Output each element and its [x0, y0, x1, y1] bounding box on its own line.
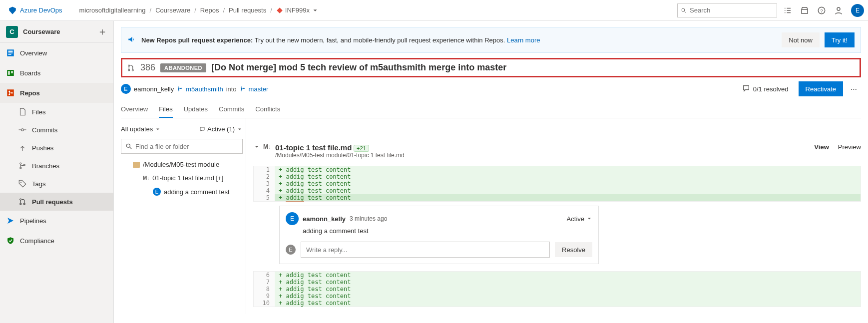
author-name[interactable]: eamonn_kelly — [134, 85, 174, 93]
avatar[interactable]: E — [851, 4, 864, 17]
tree-folder[interactable]: /Modules/M05-test module — [121, 158, 243, 171]
code-line[interactable]: 9+ addig test content — [254, 293, 861, 300]
svg-point-20 — [20, 167, 21, 169]
breadcrumb-repo-name: INF999x — [285, 6, 310, 14]
sidebar-item-pipelines[interactable]: Pipelines — [0, 211, 113, 231]
code-line[interactable]: 10+ addig test content — [254, 300, 861, 307]
more-actions-icon[interactable]: ⋯ — [846, 81, 861, 96]
tree-file-label: 01-topic 1 test file.md [+] — [152, 174, 223, 182]
svg-rect-9 — [7, 70, 14, 76]
tab-conflicts[interactable]: Conflicts — [255, 101, 280, 118]
code-line[interactable]: 7+ addig test content — [254, 279, 861, 286]
resolved-count[interactable]: 0/1 resolved — [753, 85, 789, 93]
svg-point-24 — [20, 203, 21, 205]
tree-folder-label: /Modules/M05-test module — [143, 161, 219, 168]
not-now-button[interactable]: Not now — [782, 32, 820, 47]
markdown-icon: M↓ — [143, 175, 149, 181]
sidebar-item-compliance[interactable]: Compliance — [0, 231, 113, 251]
tab-overview[interactable]: Overview — [121, 101, 148, 118]
chevron-down-icon[interactable] — [253, 143, 260, 150]
search-field[interactable] — [690, 6, 774, 14]
sidebar-item-pushes[interactable]: Pushes — [0, 139, 113, 157]
pr-subheader: E eamonn_kelly m5authsmith into master 0… — [121, 81, 861, 96]
sidebar-item-tags[interactable]: Tags — [0, 175, 113, 193]
code-line[interactable]: 2+ addig test content — [254, 173, 861, 180]
breadcrumb-repo-selector[interactable]: INF999x — [275, 4, 320, 16]
updates-filter[interactable]: All updates — [121, 125, 161, 133]
help-icon[interactable]: ? — [817, 6, 826, 15]
plus-icon[interactable]: ＋ — [97, 25, 107, 38]
repos-icon — [6, 88, 15, 97]
sidebar-item-overview[interactable]: Overview — [0, 43, 113, 63]
source-branch[interactable]: m5authsmith — [186, 85, 223, 93]
code-line[interactable]: 6+ addig test content — [254, 272, 861, 279]
tree-file[interactable]: M↓ 01-topic 1 test file.md [+] — [121, 171, 243, 185]
pull-request-icon — [126, 63, 135, 72]
svg-text:?: ? — [820, 7, 823, 13]
tree-search-field[interactable] — [135, 143, 238, 150]
main-content: New Repos pull request experience: Try o… — [114, 21, 868, 323]
sidebar-item-label: Pull requests — [32, 198, 73, 206]
sidebar-item-label: Compliance — [20, 237, 54, 245]
project-selector[interactable]: C Courseware ＋ — [0, 21, 113, 43]
pr-header: 386 ABANDONED [Do Not merge] mod 5 tech … — [121, 58, 861, 77]
pr-id: 386 — [140, 62, 155, 73]
svg-point-22 — [20, 182, 21, 183]
reactivate-button[interactable]: Reactivate — [799, 81, 843, 96]
banner-bold: New Repos pull request experience: — [141, 36, 253, 44]
code-line[interactable]: 8+ addig test content — [254, 286, 861, 293]
search-input[interactable] — [677, 3, 777, 17]
reply-input[interactable] — [301, 242, 550, 258]
product-logo[interactable]: Azure DevOps — [4, 6, 66, 15]
file-diff-panel: M↓ 01-topic 1 test file.md +21 /Modules/… — [246, 118, 868, 314]
status-badge: ABANDONED — [160, 63, 206, 72]
tab-files[interactable]: Files — [159, 101, 172, 118]
learn-more-link[interactable]: Learn more — [507, 36, 540, 44]
try-it-button[interactable]: Try it! — [825, 32, 855, 47]
code-line[interactable]: 5+ addig test content — [254, 194, 861, 201]
diff-block: 1+ addig test content2+ addig test conte… — [253, 166, 861, 202]
tree-search-input[interactable] — [121, 139, 243, 154]
breadcrumb-pullrequests[interactable]: Pull requests — [228, 4, 267, 16]
chevron-down-icon — [586, 216, 592, 222]
code-line[interactable]: 3+ addig test content — [254, 180, 861, 187]
svg-point-28 — [132, 69, 133, 71]
breadcrumb-org[interactable]: microsoftdigitallearning — [78, 4, 147, 16]
task-list-icon[interactable] — [783, 6, 792, 15]
pull-request-icon — [18, 197, 27, 206]
view-toggle[interactable]: View — [814, 143, 829, 151]
code-line[interactable]: 1+ addig test content — [254, 166, 861, 173]
pushes-icon — [18, 143, 27, 152]
comment-body: adding a comment test — [303, 227, 592, 235]
chevron-down-icon — [312, 7, 319, 14]
tree-comment[interactable]: E adding a comment test — [121, 185, 243, 199]
comment-author[interactable]: eamonn_kelly — [303, 215, 346, 223]
marketplace-icon[interactable] — [800, 6, 809, 15]
announcement-icon — [127, 35, 136, 45]
files-icon — [18, 107, 27, 116]
sidebar-item-files[interactable]: Files — [0, 103, 113, 121]
comment-icon — [742, 84, 750, 94]
sidebar-item-boards[interactable]: Boards — [0, 63, 113, 83]
breadcrumb-repos[interactable]: Repos — [199, 4, 220, 16]
user-settings-icon[interactable] — [834, 6, 843, 15]
comments-filter[interactable]: Active (1) — [199, 125, 243, 133]
resolve-button[interactable]: Resolve — [555, 242, 592, 257]
tab-commits[interactable]: Commits — [219, 101, 244, 118]
svg-point-23 — [20, 199, 21, 200]
target-branch[interactable]: master — [249, 85, 269, 93]
sidebar-item-label: Pipelines — [20, 217, 46, 225]
tab-updates[interactable]: Updates — [184, 101, 208, 118]
svg-rect-10 — [8, 71, 10, 75]
sidebar-item-pull-requests[interactable]: Pull requests — [0, 193, 113, 211]
search-icon — [681, 7, 687, 14]
comment-status-dropdown[interactable]: Active — [567, 215, 592, 223]
code-line[interactable]: 4+ addig test content — [254, 187, 861, 194]
preview-toggle[interactable]: Preview — [838, 143, 861, 151]
sidebar-item-branches[interactable]: Branches — [0, 157, 113, 175]
sidebar-item-commits[interactable]: Commits — [0, 121, 113, 139]
svg-point-16 — [21, 129, 24, 131]
sidebar-item-repos[interactable]: Repos — [0, 83, 113, 103]
breadcrumb-project[interactable]: Courseware — [154, 4, 191, 16]
svg-point-29 — [178, 87, 179, 88]
